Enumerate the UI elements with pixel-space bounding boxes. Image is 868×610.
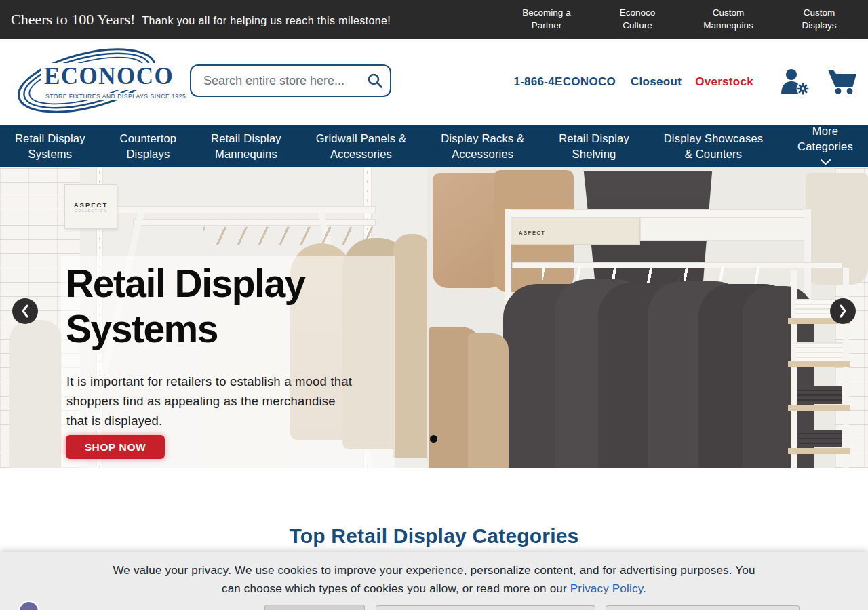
closeout-link[interactable]: Closeout [631,75,682,89]
hero-aspect-sign-left: ASPECT COLLECTION [64,184,117,229]
carousel-dot[interactable] [430,435,437,443]
hero-decor-garment [9,320,62,468]
hero-decor-rack-panel [640,218,810,241]
logo-tagline: STORE FIXTURES AND DISPLAYS SINCE 1925 [43,93,188,100]
anniversary-headline: Cheers to 100 Years! [11,11,135,28]
section-heading: Top Retail Display Categories [0,468,868,548]
anniversary-subtext: Thank you all for helping us reach this … [142,15,391,27]
cookie-action-button-2[interactable] [376,605,595,610]
chevron-right-icon [839,304,847,318]
search-box [190,64,391,97]
site-header: ECONOCO STORE FIXTURES AND DISPLAYS SINC… [0,39,868,125]
cart-icon [827,68,858,96]
topbar-link-becoming-a-partner[interactable]: Becoming a Partner [515,7,578,31]
chevron-down-icon [821,159,831,165]
cookie-action-button-3[interactable] [606,605,800,610]
hero-decor-dress [393,234,431,458]
search-icon[interactable] [367,73,383,89]
anniversary-message: Cheers to 100 Years! Thank you all for h… [11,11,391,28]
overstock-link[interactable]: Overstock [695,75,753,89]
nav-item-retail-display-shelving[interactable]: Retail Display Shelving [559,131,629,162]
nav-item-display-showcases-counters[interactable]: Display Showcases & Counters [664,131,763,162]
hero-decor-folded-stack [796,342,842,361]
hero-decor-coat [468,333,509,468]
carousel-prev-button[interactable] [12,298,38,324]
hero-decor-shelf [788,405,850,411]
cookie-consent-banner: We value your privacy. We use cookies to… [0,552,868,610]
topbar-links: Becoming a Partner Econoco Culture Custo… [515,7,850,31]
hero-decor-rack-bar [506,209,810,218]
cookie-action-button-1[interactable] [264,605,365,610]
account-gear-icon [781,68,809,96]
hero-decor-rack-bar [133,219,376,226]
chevron-left-icon [21,304,29,318]
announcement-bar: Cheers to 100 Years! Thank you all for h… [0,0,868,39]
cart-button[interactable] [827,68,858,96]
hero-decor-hangers [203,227,376,245]
hero-decor-folded-stack [799,430,842,447]
logo-wordmark: ECONOCO [41,63,177,90]
nav-item-countertop-displays[interactable]: Countertop Displays [120,131,177,162]
topbar-link-custom-displays[interactable]: Custom Displays [788,7,850,31]
account-button[interactable] [781,68,809,96]
nav-item-more-categories[interactable]: More Categories [797,123,853,169]
nav-item-display-racks-accessories[interactable]: Display Racks & Accessories [441,131,524,162]
nav-item-retail-display-systems[interactable]: Retail Display Systems [15,131,85,162]
topbar-link-custom-mannequins[interactable]: Custom Mannequins [697,7,760,31]
nav-item-retail-display-mannequins[interactable]: Retail Display Mannequins [211,131,281,162]
cookie-message: We value your privacy. We use cookies to… [14,561,854,598]
main-navigation: Retail Display Systems Countertop Displa… [0,125,868,167]
hero-decor-folded-stack [797,386,842,404]
hero-decor-shelf [788,448,850,454]
carousel-next-button[interactable] [830,298,856,324]
search-input[interactable] [202,73,367,89]
hero-aspect-sign-right: ASPECT [510,218,640,245]
hero-carousel: ASPECT COLLECTION ASPECT Retail Display … [0,167,868,468]
header-utility-links: 1-866-4ECONOCO Closeout Overstock [513,66,858,98]
hero-description: It is important for retailers to establi… [66,372,399,431]
hero-title: Retail Display Systems [66,261,391,351]
phone-link[interactable]: 1-866-4ECONOCO [513,75,616,89]
hero-decor-shelf [788,361,850,367]
privacy-policy-link[interactable]: Privacy Policy [570,582,643,595]
econoco-logo[interactable]: ECONOCO STORE FIXTURES AND DISPLAYS SINC… [9,44,164,119]
shop-now-button[interactable]: SHOP NOW [66,435,165,459]
cookie-widget-icon[interactable] [18,601,39,610]
topbar-link-econoco-culture[interactable]: Econoco Culture [606,7,669,31]
nav-item-gridwall-panels-accessories[interactable]: Gridwall Panels & Accessories [316,131,407,162]
